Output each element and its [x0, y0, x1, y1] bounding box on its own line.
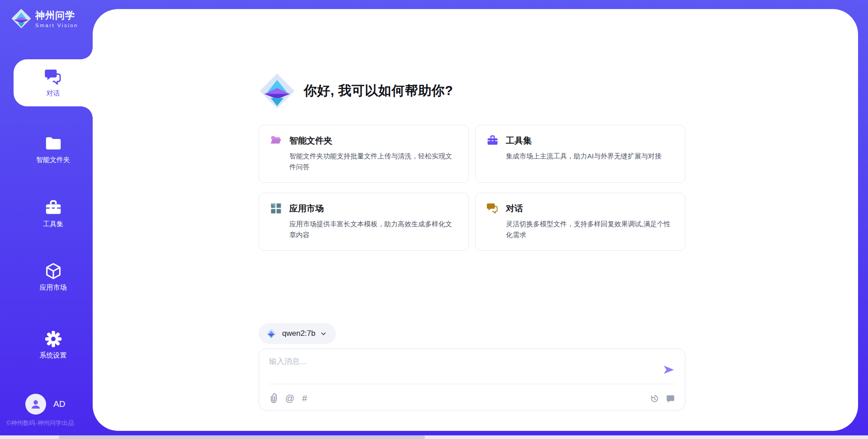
history-icon — [650, 394, 659, 403]
greeting-title: 你好, 我可以如何帮助你? — [304, 82, 453, 100]
sidebar-item-toolset[interactable]: 工具集 — [14, 190, 93, 237]
person-icon — [29, 398, 42, 410]
composer-divider — [268, 384, 676, 384]
greeting-block: 你好, 我可以如何帮助你? — [259, 72, 453, 110]
composer: @ # — [259, 348, 685, 410]
feedback-button[interactable] — [666, 394, 675, 403]
card-description: 灵活切换多模型文件，支持多样回复效果调试,满足个性化需求 — [506, 219, 674, 241]
card-description: 应用市场提供丰富长文本模板，助力高效生成多样化文章内容 — [289, 219, 458, 241]
model-selector[interactable]: qwen2:7b — [259, 323, 336, 344]
sidebar-item-smart-folder[interactable]: 智能文件夹 — [14, 126, 93, 173]
folder-icon — [44, 134, 62, 153]
sidebar-item-label: 系统设置 — [40, 351, 67, 360]
avatar — [25, 394, 46, 415]
card-description: 集成市场上主流工具，助力AI与外界无缝扩展与对接 — [506, 151, 664, 162]
greeting-logo-icon — [259, 72, 296, 110]
app-grid-icon — [270, 202, 282, 215]
card-toolset[interactable]: 工具集 集成市场上主流工具，助力AI与外界无缝扩展与对接 — [475, 125, 685, 183]
send-button[interactable] — [662, 363, 675, 376]
chevron-down-icon — [320, 330, 327, 337]
sidebar-item-label: 工具集 — [43, 220, 63, 229]
horizontal-scrollbar[interactable] — [0, 435, 868, 439]
card-title: 对话 — [506, 203, 674, 215]
cube-icon — [44, 262, 62, 280]
send-icon — [662, 363, 675, 376]
attach-button[interactable] — [270, 393, 278, 403]
brand: 神州问学 Smart Vision — [11, 8, 78, 29]
at-icon: @ — [285, 394, 294, 403]
card-title: 工具集 — [506, 135, 664, 147]
toolbox-icon — [44, 199, 62, 217]
chat-bubbles-icon — [486, 202, 499, 215]
model-name: qwen2:7b — [282, 329, 316, 338]
user-avatar[interactable]: AD — [25, 394, 65, 415]
paperclip-icon — [270, 393, 278, 403]
card-title: 智能文件夹 — [289, 135, 458, 147]
sidebar-item-label: 智能文件夹 — [36, 156, 70, 164]
feature-cards: 智能文件夹 智能文件夹功能支持批量文件上传与清洗，轻松实现文件问答 工具集 — [259, 125, 685, 251]
toolbox-icon — [486, 134, 499, 147]
brand-logo-icon — [11, 8, 32, 29]
scrollbar-thumb[interactable] — [59, 435, 425, 439]
chat-square-icon — [666, 394, 675, 403]
message-input[interactable] — [269, 356, 649, 380]
sidebar-item-settings[interactable]: 系统设置 — [14, 321, 93, 368]
user-name: AD — [53, 399, 65, 409]
sidebar-item-chat[interactable]: 对话 — [14, 59, 93, 106]
main-content: 你好, 我可以如何帮助你? 智能文件夹 智能文件夹功能支持批量文件上传与清洗，轻… — [259, 9, 685, 431]
sidebar-item-label: 应用市场 — [40, 283, 67, 292]
copyright: ©神州数码·神州问学出品 — [6, 419, 74, 427]
hash-button[interactable]: # — [302, 394, 307, 403]
folder-open-icon — [270, 134, 282, 147]
card-description: 智能文件夹功能支持批量文件上传与清洗，轻松实现文件问答 — [289, 151, 458, 173]
sidebar-item-label: 对话 — [47, 89, 60, 98]
brand-subtitle: Smart Vision — [35, 23, 78, 28]
card-chat[interactable]: 对话 灵活切换多模型文件，支持多样回复效果调试,满足个性化需求 — [475, 193, 685, 251]
card-smart-folder[interactable]: 智能文件夹 智能文件夹功能支持批量文件上传与清洗，轻松实现文件问答 — [259, 125, 469, 183]
card-app-market[interactable]: 应用市场 应用市场提供丰富长文本模板，助力高效生成多样化文章内容 — [259, 193, 469, 251]
mention-button[interactable]: @ — [285, 394, 294, 403]
gear-icon — [44, 330, 62, 348]
model-logo-icon — [266, 328, 277, 339]
chat-bubbles-icon — [44, 68, 62, 86]
main-panel: 你好, 我可以如何帮助你? 智能文件夹 智能文件夹功能支持批量文件上传与清洗，轻… — [93, 9, 858, 431]
hash-icon: # — [302, 394, 307, 403]
history-button[interactable] — [650, 394, 659, 403]
brand-name: 神州问学 — [35, 9, 78, 22]
sidebar: 神州问学 Smart Vision 对话 智能文件夹 工具集 — [0, 0, 93, 439]
sidebar-item-app-market[interactable]: 应用市场 — [14, 253, 93, 301]
card-title: 应用市场 — [289, 203, 458, 215]
